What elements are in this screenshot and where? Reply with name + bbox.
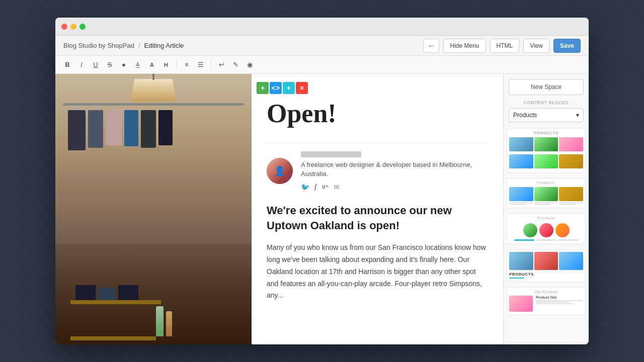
maximize-button[interactable] [79,24,86,30]
font-color-button[interactable]: A̲ [132,59,144,71]
chevron-down-icon: ▾ [576,112,579,119]
block-preview-1[interactable]: PRODUCTS [507,128,586,173]
undo-button[interactable]: ↩ [215,59,227,71]
store-image [55,74,252,344]
preview-label-1: PRODUCTS [507,129,585,136]
preview-images-1 [507,136,585,153]
preview-img-1d [509,154,533,168]
right-sidebar: New Space CONTENT BLOCKS Products ▾ PROD… [503,74,589,344]
article-title[interactable]: Open! [267,99,488,128]
block-toolbar: + <> + × [257,82,308,94]
author-avatar: 👤 [267,158,293,184]
dropdown-value: Products [513,112,537,119]
content-blocks-label: CONTENT BLOCKS [504,100,589,105]
traffic-lights [61,24,86,30]
bold-button[interactable]: B [61,59,73,71]
align-button[interactable]: ≡ [181,59,193,71]
new-space-button[interactable]: New Space [509,79,584,95]
heading-button[interactable]: H [160,59,172,71]
back-button[interactable]: ← [423,39,439,53]
preview-img-1b [534,137,558,151]
preview-img-1f [559,154,583,168]
strikethrough-button[interactable]: S [104,59,116,71]
toolbar-separator-1 [176,60,177,69]
view-button[interactable]: View [523,39,549,53]
block-preview-2[interactable]: Products [507,178,586,208]
facebook-icon[interactable]: f [314,183,317,191]
edit-button[interactable]: ✎ [229,59,242,71]
remove-block-button[interactable]: × [296,82,308,94]
block-preview-5[interactable]: Our Products Product One [507,287,586,315]
add-block-button[interactable]: + [257,82,269,94]
breadcrumb: Blog Studio by ShopPad / Editing Article [63,42,417,49]
products-dropdown[interactable]: Products ▾ [509,108,584,122]
circle-button[interactable]: ◉ [244,59,256,71]
article-body[interactable]: Many of you who know us from our San Fra… [267,242,488,302]
preview-img-1a [509,137,533,151]
italic-button[interactable]: I [75,59,88,71]
highlight-button[interactable]: ● [118,59,130,71]
editor-content: Open! 👤 A freelance web designer & devel… [252,74,503,317]
left-image-panel [55,74,252,344]
save-button[interactable]: Save [553,39,581,53]
add-block-button-2[interactable]: + [283,82,295,94]
preview-label-2: Products [507,178,585,186]
email-icon[interactable]: ✉ [334,183,340,191]
close-button[interactable] [61,24,67,30]
toolbar-separator-2 [211,60,211,69]
app-window: Blog Studio by ShopPad / Editing Article… [55,18,589,344]
block-preview-4[interactable]: PRODUCTS [507,249,586,282]
content-area: + <> + × Open! 👤 A freelance web designe… [55,74,589,344]
author-section: 👤 A freelance web designer & developer b… [267,143,488,191]
titlebar [55,18,589,36]
navbar-actions: ← Hide Menu HTML View Save [423,39,581,53]
social-icons: 🐦 f g+ ✉ [301,183,488,191]
gplus-icon[interactable]: g+ [322,183,329,191]
preview-img-1e [534,154,558,168]
font-size-button[interactable]: A [146,59,158,71]
list-button[interactable]: ☰ [195,59,207,71]
html-button[interactable]: HTML [490,39,520,53]
hide-menu-button[interactable]: Hide Menu [443,39,486,53]
navbar: Blog Studio by ShopPad / Editing Article… [55,36,589,56]
article-heading[interactable]: We're excited to announce our new Uptown… [267,203,488,234]
underline-button[interactable]: U [90,59,102,71]
preview-img-1c [559,137,583,151]
minimize-button[interactable] [70,24,76,30]
preview-label-3: Products [507,214,585,221]
twitter-icon[interactable]: 🐦 [301,183,309,191]
editor-panel[interactable]: + <> + × Open! 👤 A freelance web designe… [252,74,503,344]
breadcrumb-current: Editing Article [144,42,184,49]
code-block-button[interactable]: <> [270,82,282,94]
author-name-blurred [301,151,361,157]
author-bio: A freelance web designer & developer bas… [301,160,488,178]
preview-images-1b [507,153,585,170]
breadcrumb-separator: / [138,42,140,49]
app-name: Blog Studio by ShopPad [63,42,134,49]
preview-label-4: PRODUCTS [509,272,583,277]
block-preview-3[interactable]: Products [507,213,586,244]
author-info: A freelance web designer & developer bas… [301,151,488,191]
preview-label-5: Our Products [509,290,583,294]
formatting-toolbar: B I U S ● A̲ A H ≡ ☰ ↩ ✎ ◉ [55,56,589,74]
